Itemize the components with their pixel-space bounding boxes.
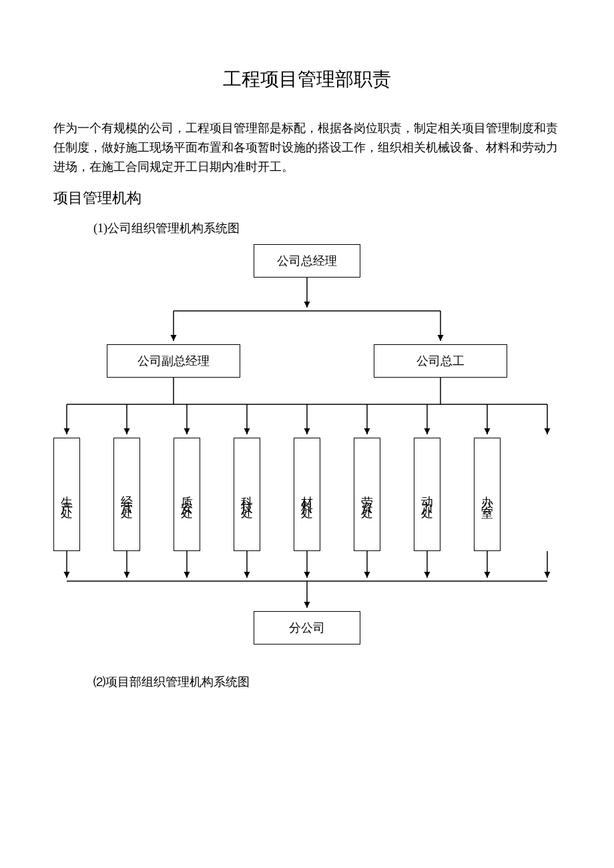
node-mid-left: 公司副总经理 xyxy=(107,344,240,378)
node-dept-6: 动力处 xyxy=(414,438,440,551)
node-mid-right: 公司总工 xyxy=(374,344,507,378)
node-dept-5: 劳资处 xyxy=(354,438,380,551)
node-dept-7: 办公室 xyxy=(474,438,501,551)
page-title: 工程项目管理部职责 xyxy=(53,67,561,92)
node-dept-0: 生产处 xyxy=(53,438,80,551)
section-heading: 项目管理机构 xyxy=(53,188,561,208)
sub-heading-1: (1)公司组织管理机构系统图 xyxy=(93,220,561,236)
node-top: 公司总经理 xyxy=(254,244,360,278)
node-bottom: 分公司 xyxy=(254,611,360,644)
node-dept-2: 质安处 xyxy=(174,438,200,551)
intro-paragraph: 作为一个有规模的公司，工程项目管理部是标配，根据各岗位职责，制定相关项目管理制度… xyxy=(53,119,561,176)
org-chart-diagram: 公司总经理 公司副总经理 公司总工 生产处 经营处 质安处 科技处 材料处 劳资… xyxy=(53,244,561,658)
sub-heading-2: ⑵项目部组织管理机构系统图 xyxy=(93,674,561,690)
node-dept-4: 材料处 xyxy=(294,438,320,551)
node-dept-1: 经营处 xyxy=(113,438,140,551)
node-dept-3: 科技处 xyxy=(234,438,260,551)
